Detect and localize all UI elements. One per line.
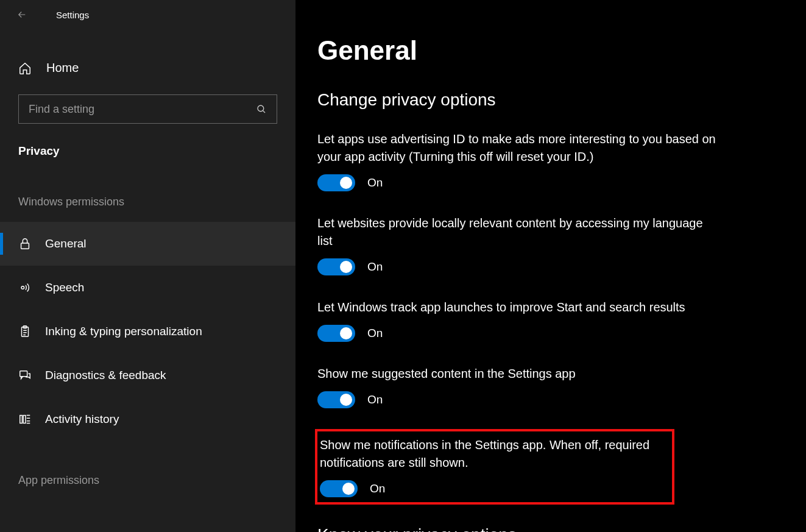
- toggle-state-label: On: [367, 327, 383, 340]
- svg-rect-7: [23, 416, 26, 424]
- toggle-row: On: [320, 480, 665, 497]
- search-icon: [256, 104, 267, 115]
- sidebar-item-label: Diagnostics & feedback: [45, 369, 166, 382]
- toggle-switch[interactable]: [317, 391, 355, 408]
- toggle-row: On: [317, 174, 716, 191]
- toggle-switch[interactable]: [317, 174, 355, 191]
- sidebar-item-inking[interactable]: Inking & typing personalization: [0, 310, 295, 353]
- history-icon: [18, 413, 32, 426]
- setting-notifications-highlighted: Show me notifications in the Settings ap…: [315, 429, 674, 505]
- setting-text: Let Windows track app launches to improv…: [317, 299, 716, 316]
- sidebar: Settings Home Privacy Windows permission…: [0, 0, 295, 532]
- search-box[interactable]: [18, 94, 277, 124]
- svg-rect-1: [21, 243, 29, 249]
- sidebar-item-diagnostics[interactable]: Diagnostics & feedback: [0, 353, 295, 397]
- clipboard-icon: [18, 325, 32, 338]
- toggle-row: On: [317, 391, 716, 408]
- sidebar-item-label: Inking & typing personalization: [45, 325, 202, 338]
- toggle-state-label: On: [367, 260, 383, 274]
- setting-text: Let apps use advertising ID to make ads …: [317, 130, 716, 166]
- sidebar-group-app-permissions: App permissions: [18, 474, 277, 487]
- titlebar: Settings: [0, 0, 295, 29]
- page-title: General: [317, 35, 806, 66]
- sidebar-home-label: Home: [46, 61, 79, 75]
- toggle-row: On: [317, 258, 716, 275]
- svg-rect-6: [20, 416, 23, 424]
- search-input[interactable]: [29, 103, 256, 116]
- sidebar-item-general[interactable]: General: [0, 222, 295, 266]
- sidebar-home[interactable]: Home: [0, 54, 295, 82]
- svg-rect-5: [20, 371, 27, 377]
- toggle-state-label: On: [370, 482, 385, 495]
- main-content: General Change privacy options Let apps …: [295, 0, 806, 532]
- toggle-state-label: On: [367, 393, 383, 406]
- subheading-privacy-options: Change privacy options: [317, 90, 806, 110]
- sidebar-item-speech[interactable]: Speech: [0, 266, 295, 310]
- sidebar-item-label: Speech: [45, 281, 84, 294]
- svg-point-2: [21, 286, 24, 289]
- setting-track-app-launches: Let Windows track app launches to improv…: [317, 296, 719, 346]
- window-title: Settings: [56, 10, 89, 20]
- setting-text: Show me notifications in the Settings ap…: [320, 436, 665, 472]
- home-icon: [18, 62, 32, 75]
- sidebar-group-windows-permissions: Windows permissions: [18, 196, 277, 208]
- speech-icon: [18, 281, 32, 294]
- setting-language-list: Let websites provide locally relevant co…: [317, 212, 719, 279]
- toggle-row: On: [317, 325, 716, 342]
- toggle-state-label: On: [367, 176, 383, 190]
- setting-text: Show me suggested content in the Setting…: [317, 365, 716, 383]
- toggle-switch[interactable]: [317, 258, 355, 275]
- toggle-switch[interactable]: [320, 480, 358, 497]
- sidebar-section-label: Privacy: [18, 144, 277, 158]
- setting-advertising-id: Let apps use advertising ID to make ads …: [317, 128, 719, 195]
- lock-icon: [18, 237, 32, 250]
- subheading-know-privacy: Know your privacy options: [317, 525, 806, 532]
- back-button[interactable]: [7, 0, 37, 29]
- sidebar-item-label: General: [45, 237, 87, 250]
- setting-text: Let websites provide locally relevant co…: [317, 215, 716, 250]
- feedback-icon: [18, 369, 32, 382]
- svg-point-0: [258, 105, 264, 112]
- sidebar-item-activity-history[interactable]: Activity history: [0, 397, 295, 441]
- setting-suggested-content: Show me suggested content in the Setting…: [317, 363, 719, 412]
- back-arrow-icon: [16, 9, 27, 20]
- sidebar-item-label: Activity history: [45, 413, 119, 426]
- toggle-switch[interactable]: [317, 325, 355, 342]
